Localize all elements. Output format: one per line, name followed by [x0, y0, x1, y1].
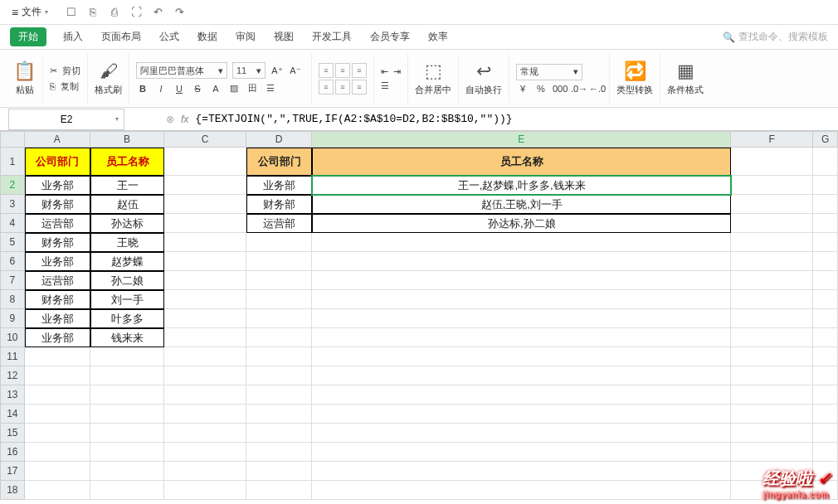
cell[interactable] [731, 214, 813, 233]
cell[interactable]: 运营部 [25, 271, 90, 290]
cell[interactable] [90, 347, 164, 366]
row-header[interactable]: 3 [0, 195, 25, 214]
cell[interactable] [312, 271, 731, 290]
cell[interactable] [312, 481, 731, 500]
increase-font-icon[interactable]: A⁺ [270, 65, 284, 76]
cell[interactable] [25, 385, 90, 405]
cell[interactable] [731, 195, 813, 214]
cell[interactable]: 运营部 [246, 214, 312, 233]
file-menu[interactable]: 文件 [5, 3, 55, 21]
cell[interactable] [164, 385, 246, 405]
cell[interactable] [731, 385, 813, 405]
cell[interactable] [164, 347, 246, 366]
cell[interactable]: 叶多多 [90, 309, 164, 328]
cell[interactable] [164, 271, 246, 290]
cell[interactable]: 王晓 [90, 233, 164, 252]
merge-button[interactable]: ⬚ 合并居中 [408, 53, 459, 104]
cell[interactable] [813, 271, 838, 290]
tab-start[interactable]: 开始 [10, 27, 46, 46]
cell[interactable]: 孙达标 [90, 214, 164, 233]
cell[interactable] [246, 462, 312, 481]
col-header[interactable]: A [25, 131, 90, 148]
paste-group[interactable]: 📋 粘贴 [7, 53, 43, 104]
undo-icon[interactable]: ↶ [151, 6, 164, 19]
col-header[interactable]: B [90, 131, 164, 148]
cut-button[interactable]: ✂剪切 [50, 65, 80, 77]
cell[interactable] [246, 424, 312, 443]
cell[interactable] [731, 271, 813, 290]
orientation-button[interactable]: ☰ [381, 80, 401, 91]
row-header[interactable]: 4 [0, 214, 25, 233]
percent-icon[interactable]: % [534, 84, 548, 94]
font-name-select[interactable]: 阿里巴巴普惠体▾ [136, 62, 227, 79]
tab-dev[interactable]: 开发工具 [310, 27, 353, 47]
font-color-button[interactable]: A [209, 84, 222, 94]
cell[interactable]: 财务部 [25, 195, 90, 214]
cell[interactable] [25, 366, 90, 385]
cell[interactable] [164, 233, 246, 252]
cell[interactable] [246, 481, 312, 500]
cell[interactable] [246, 290, 312, 309]
col-header[interactable]: E [312, 131, 731, 148]
redo-icon[interactable]: ↷ [173, 6, 186, 19]
cell[interactable] [164, 328, 246, 347]
cell[interactable] [731, 347, 813, 366]
col-header[interactable]: C [164, 131, 246, 148]
cell[interactable] [312, 462, 731, 481]
cell[interactable] [813, 366, 838, 385]
cell[interactable]: 业务部 [25, 252, 90, 271]
cell[interactable]: 赵伍 [90, 195, 164, 214]
cell[interactable] [731, 424, 813, 443]
cell[interactable] [731, 233, 813, 252]
cell[interactable] [731, 309, 813, 328]
dec-decimal-icon[interactable]: ←.0 [589, 84, 602, 94]
italic-button[interactable]: I [154, 84, 168, 94]
cell[interactable] [813, 176, 838, 195]
cell[interactable] [813, 385, 838, 405]
cell[interactable]: 钱来来 [90, 328, 164, 347]
cell[interactable] [246, 252, 312, 271]
row-header[interactable]: 10 [0, 328, 25, 347]
tab-member[interactable]: 会员专享 [368, 27, 412, 47]
tab-layout[interactable]: 页面布局 [100, 27, 143, 47]
cell[interactable]: 公司部门 [25, 148, 90, 176]
cell[interactable] [164, 462, 246, 481]
cell[interactable] [312, 252, 731, 271]
cell[interactable]: 公司部门 [246, 148, 312, 176]
cell[interactable] [312, 443, 731, 462]
col-header[interactable]: G [813, 131, 838, 148]
cell[interactable] [25, 405, 90, 424]
col-header[interactable]: F [731, 131, 813, 148]
cell[interactable] [813, 290, 838, 309]
cell[interactable] [246, 309, 312, 328]
cell[interactable]: 赵梦蝶 [90, 252, 164, 271]
bold-button[interactable]: B [136, 84, 149, 94]
row-header[interactable]: 8 [0, 290, 25, 309]
cell[interactable]: 财务部 [25, 290, 90, 309]
row-header[interactable]: 18 [0, 481, 25, 500]
tab-effect[interactable]: 效率 [426, 27, 450, 47]
cell[interactable] [813, 195, 838, 214]
cell[interactable] [312, 347, 731, 366]
cell[interactable] [731, 290, 813, 309]
tab-review[interactable]: 审阅 [234, 27, 257, 47]
cell[interactable]: 财务部 [25, 233, 90, 252]
cell[interactable] [246, 271, 312, 290]
cell[interactable] [90, 462, 164, 481]
cell[interactable]: 财务部 [246, 195, 312, 214]
col-header[interactable]: D [246, 131, 312, 148]
decrease-font-icon[interactable]: A⁻ [289, 65, 302, 76]
cell[interactable] [312, 366, 731, 385]
cell[interactable] [246, 328, 312, 347]
cell[interactable] [731, 443, 813, 462]
cell[interactable] [312, 385, 731, 405]
cell[interactable] [164, 424, 246, 443]
cell[interactable]: 孙达标,孙二娘 [312, 214, 731, 233]
cell[interactable] [731, 328, 813, 347]
cell[interactable] [246, 233, 312, 252]
fill-color-button[interactable]: ▨ [227, 83, 241, 94]
border-button[interactable]: 田 [246, 82, 259, 94]
currency-icon[interactable]: ¥ [516, 84, 529, 94]
cell[interactable] [731, 405, 813, 424]
cell[interactable] [312, 328, 731, 347]
